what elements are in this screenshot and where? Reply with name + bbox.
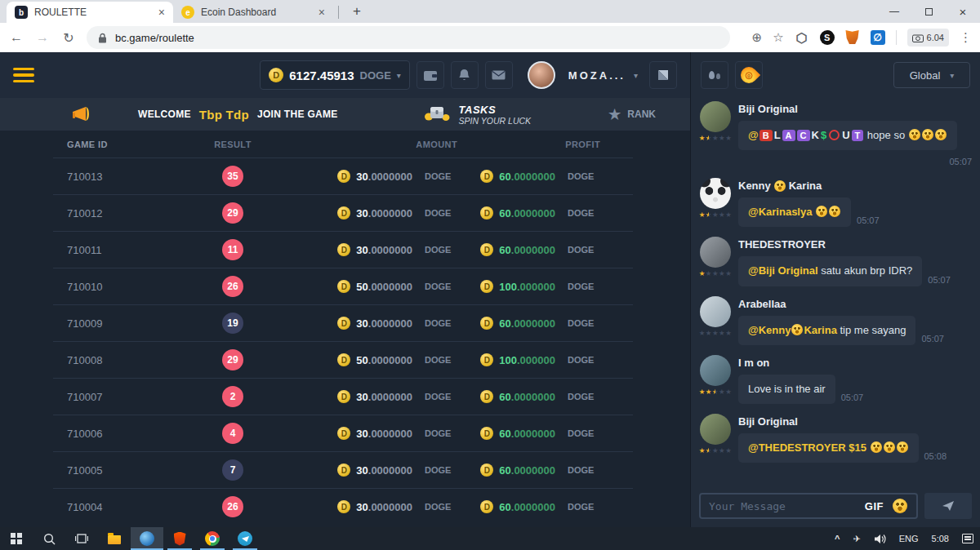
clock[interactable]: 5:08 [925,527,956,550]
bookmark-star-icon[interactable]: ☆ [773,30,783,45]
close-window-button[interactable]: × [946,0,980,23]
brave-icon [174,532,186,546]
telegram-icon [238,531,252,546]
bubble-row: @Karinaslya 05:07 [738,197,972,227]
game-id-cell: 710012 [53,207,176,220]
table-row[interactable]: 71000829D50.0000000DOGED100.000000DOGE [53,341,633,378]
avatar[interactable] [700,178,731,209]
avatar[interactable] [700,101,731,132]
brave-button[interactable] [163,527,196,550]
chat-messages[interactable]: ★★★★★Biji Original@BLACK$UT hope so 05:0… [691,98,980,490]
star-icon: ★ [712,134,719,142]
chat-toggle-button[interactable] [649,61,677,89]
extension-badge[interactable]: 6.04 [907,29,949,47]
start-button[interactable] [0,527,33,550]
chevron-down-icon[interactable]: ▾ [634,71,638,80]
tab-close-icon[interactable]: × [158,6,165,19]
table-row[interactable]: 71000919D30.0000000DOGED60.0000000DOGE [53,304,633,341]
avatar[interactable] [700,355,731,386]
table-row[interactable]: 7100064D30.0000000DOGED60.0000000DOGE [53,415,633,451]
extension-cube-icon[interactable]: ⬡ [795,30,809,45]
new-tab-button[interactable]: + [347,3,367,20]
chrome-button[interactable] [196,527,229,550]
notifications-button[interactable] [451,61,479,89]
avatar[interactable] [700,237,731,268]
extension-s-icon[interactable]: S [820,30,835,45]
active-browser-button[interactable] [131,527,163,550]
message-bubble[interactable]: @THEDESTROYER $15 [738,433,919,463]
gif-button[interactable]: GIF [865,500,884,512]
amount-cell: D50.0000000DOGE [290,280,474,293]
result-ball: 7 [222,459,243,481]
messages-button[interactable] [485,61,513,89]
star-icon: ★ [699,269,706,277]
avatar[interactable] [700,296,731,327]
message-bubble[interactable]: Love is in the air [738,375,835,404]
message-input[interactable]: Your Message GIF [699,493,918,519]
tasks-title: TASKS [459,104,532,116]
table-row[interactable]: 71001335D30.0000000DOGED60.0000000DOGE [53,157,633,194]
message-bubble[interactable]: @Karinaslya [738,197,851,227]
telegram-button[interactable] [229,527,261,550]
restore-button[interactable] [911,0,946,23]
rank-star-icon: ★ [608,106,621,123]
message-username: KennyKarina [738,180,972,192]
tab-ecoin-dashboard[interactable]: e Ecoin Dashboard × [173,2,333,23]
avatar[interactable] [700,414,731,445]
table-row[interactable]: 7100057D30.0000000DOGED60.0000000DOGE [53,451,633,488]
rain-button[interactable] [701,61,728,89]
chat-channel-select[interactable]: Global ▾ [893,62,970,88]
airplane-mode-icon[interactable]: ✈ [847,527,867,550]
file-explorer-button[interactable] [98,527,131,550]
zoom-icon[interactable]: ⊕ [752,30,763,45]
profit-currency: DOGE [568,282,600,291]
profit-decimals: .000000 [517,281,555,293]
metamask-icon[interactable] [845,30,860,45]
reload-button[interactable]: ↻ [60,30,77,46]
tab-close-icon[interactable]: × [318,6,325,19]
table-row[interactable]: 7100072D30.0000000DOGED60.0000000DOGE [53,378,633,415]
taskbar-search-button[interactable] [33,527,65,550]
message-body: KennyKarina@Karinaslya 05:07 [738,178,972,227]
message-username: I m on [738,357,972,369]
action-center-button[interactable] [956,527,980,550]
tray-expand-icon[interactable]: ^ [828,527,846,550]
message-bubble[interactable]: @Biji Original satu akun brp IDR? [738,256,922,286]
emoji-picker-icon[interactable] [893,499,907,513]
back-button[interactable]: ← [8,30,24,45]
user-avatar[interactable] [528,61,555,89]
browser-menu-icon[interactable]: ⋮ [960,30,972,45]
message-text: tip me sayang [837,324,906,336]
profit-decimals: .0000000 [511,428,555,440]
message-bubble[interactable]: @BLACK$UT hope so [738,121,957,150]
table-row[interactable]: 71001229D30.0000000DOGED60.0000000DOGE [53,194,633,231]
chat-message: ★★★★★Biji Original@BLACK$UT hope so 05:0… [697,101,972,168]
tasks-widget[interactable]: TASKS SPIN YOUR LUCK [423,104,532,126]
menu-hamburger-icon[interactable] [13,68,34,83]
adblock-icon[interactable]: ∅ [871,30,885,45]
balance-selector[interactable]: D 6127.45913 DOGE ▾ [260,60,410,90]
star-icon: ★ [719,388,725,396]
task-view-button[interactable] [65,527,98,550]
doge-coin-icon: D [480,243,493,256]
language-indicator[interactable]: ENG [893,527,925,550]
table-row[interactable]: 71000426D30.0000000DOGED60.0000000DOGE [53,488,633,525]
address-bar[interactable]: bc.game/roulette [87,26,730,49]
table-row[interactable]: 71001026D50.0000000DOGED100.000000DOGE [53,268,633,304]
profit-currency: DOGE [568,355,600,365]
coin-drop-button[interactable]: 0 [735,61,763,89]
profit-currency: DOGE [568,245,600,255]
tab-roulette[interactable]: b ROULETTE × [7,2,173,23]
table-row[interactable]: 71001111D30.0000000DOGED60.0000000DOGE [53,231,633,268]
forward-button[interactable]: → [34,30,51,45]
rofl-emoji [922,129,933,140]
rank-widget[interactable]: ★ RANK [608,106,656,123]
volume-button[interactable] [867,527,893,550]
mention-text: $15 [846,441,870,454]
send-button[interactable] [924,493,972,519]
column-header-profit: PROFIT [474,140,633,149]
wallet-button[interactable] [416,61,444,89]
amount-cell: D30.0000000DOGE [290,243,474,256]
minimize-button[interactable]: — [877,0,911,23]
message-bubble[interactable]: @KennyKarina tip me sayang [738,316,915,345]
